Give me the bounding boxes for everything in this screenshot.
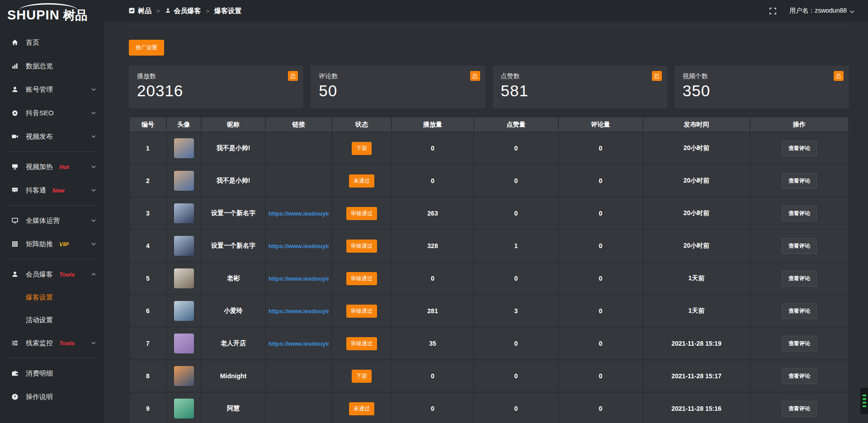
sidebar-item-label: 全媒体运营: [26, 216, 60, 225]
breadcrumb-item-member-baoke[interactable]: 会员爆客: [165, 7, 201, 15]
view-comments-button[interactable]: 查看评论: [782, 238, 817, 254]
cell-actions: 查看评论: [750, 230, 848, 262]
user-menu[interactable]: 用户名：zswodun88: [789, 7, 854, 15]
sidebar-item-label: 线索监控: [26, 339, 53, 348]
view-comments-button[interactable]: 查看评论: [782, 206, 817, 221]
cell-id: 1: [130, 132, 166, 164]
stat-value: 581: [501, 82, 659, 100]
cell-actions: 查看评论: [750, 328, 848, 359]
sidebar-item-all-media[interactable]: 全媒体运营: [0, 209, 104, 232]
status-badge[interactable]: 审核通过: [346, 272, 377, 285]
stat-label: 视频个数: [683, 72, 841, 80]
cell-likes: 1: [474, 230, 558, 262]
view-comments-button[interactable]: 查看评论: [782, 303, 817, 319]
sidebar-item-video-publish[interactable]: 视频发布: [0, 125, 104, 148]
top-bar: 树品 > 会员爆客 > 爆客设置 用户名：zswodun88: [104, 0, 868, 22]
cell-nickname: 阿慧: [202, 393, 265, 423]
video-link[interactable]: https://www.iesdouyin.c: [269, 210, 329, 217]
sidebar-menu: 首页 数据总览 账号管理 抖音SEO 视频发布 视频加热 Hot: [0, 27, 104, 409]
cell-link: [266, 165, 331, 197]
cell-nickname: Midnight: [202, 360, 265, 392]
breadcrumb-item-root[interactable]: 树品: [129, 7, 151, 15]
logo-arc-decoration: [19, 3, 78, 10]
avatar: [174, 334, 194, 353]
cell-avatar: [167, 393, 201, 423]
status-badge[interactable]: 审核通过: [346, 305, 377, 318]
sidebar-item-home[interactable]: 首页: [0, 31, 104, 54]
avatar: [174, 366, 194, 386]
floating-widget[interactable]: [860, 388, 868, 414]
status-badge[interactable]: 审核通过: [346, 337, 377, 350]
user-icon: [11, 86, 19, 93]
status-badge[interactable]: 审核通过: [346, 207, 377, 220]
cell-comments: 0: [559, 295, 642, 327]
cell-avatar: [167, 263, 201, 294]
sidebar-item-clue-monitor[interactable]: 线索监控 Tools: [0, 331, 104, 355]
cell-comments: 0: [559, 360, 642, 392]
sidebar-subitem-activity-settings[interactable]: 活动设置: [0, 309, 104, 331]
content-divider: [129, 26, 849, 26]
username-label: 用户名：zswodun88: [789, 7, 847, 15]
status-badge[interactable]: 未通过: [349, 402, 374, 415]
status-badge[interactable]: 下架: [352, 142, 372, 155]
cell-link: [266, 393, 331, 423]
status-badge[interactable]: 下架: [352, 370, 372, 383]
sidebar-item-label: 抖音SEO: [26, 109, 54, 118]
video-link[interactable]: https://www.iesdouyin.c: [269, 275, 329, 282]
video-link[interactable]: https://www.iesdouyin.c: [269, 340, 329, 347]
promotion-settings-button[interactable]: 推广设置: [129, 40, 164, 56]
cell-likes: 0: [474, 328, 558, 359]
breadcrumb-separator: >: [206, 8, 210, 14]
view-comments-button[interactable]: 查看评论: [782, 401, 817, 417]
sidebar-item-label: 抖客通: [26, 186, 46, 195]
cell-time: 1天前: [643, 295, 750, 327]
app-logo[interactable]: SHUPIN 树品: [0, 0, 104, 27]
sidebar-subitem-label: 活动设置: [26, 316, 53, 324]
sidebar-item-consume-detail[interactable]: 消费明细: [0, 362, 104, 385]
tools-badge: Tools: [59, 340, 75, 347]
cell-id: 4: [130, 230, 166, 262]
status-badge[interactable]: 未通过: [349, 174, 374, 188]
sidebar-item-video-heat[interactable]: 视频加热 Hot: [0, 155, 104, 179]
table-row: 5 老彬 https://www.iesdouyin.c 审核通过 0 0 0 …: [130, 263, 848, 294]
cell-likes: 0: [474, 132, 558, 164]
stat-card-comments: 评论数 50 总: [311, 66, 485, 108]
user-icon: [11, 271, 19, 278]
user-icon: [165, 7, 171, 15]
chevron-down-icon: [850, 7, 854, 14]
cell-comments: 0: [559, 393, 642, 423]
cell-id: 8: [130, 360, 166, 392]
view-comments-button[interactable]: 查看评论: [782, 368, 817, 384]
fullscreen-icon[interactable]: [769, 7, 777, 15]
sidebar-item-account-mgmt[interactable]: 账号管理: [0, 78, 104, 101]
menu-divider: [6, 358, 98, 358]
green-bar-icon: [863, 405, 866, 407]
sidebar-item-douyin-seo[interactable]: 抖音SEO: [0, 101, 104, 125]
cell-nickname: 设置一个新名字: [202, 230, 265, 262]
home-icon: [11, 39, 19, 46]
sidebar: SHUPIN 树品 首页 数据总览 账号管理 抖音SEO 视频发布: [0, 0, 104, 423]
cell-likes: 3: [474, 295, 558, 327]
stat-card-videos: 视频个数 350 总: [675, 66, 849, 108]
cell-id: 7: [130, 328, 166, 359]
cell-time: 2021-11-28 15:16: [643, 393, 750, 423]
total-badge: 总: [652, 71, 662, 81]
sidebar-item-douketong[interactable]: 抖客通 New: [0, 179, 104, 202]
video-link[interactable]: https://www.iesdouyin.c: [269, 308, 329, 315]
view-comments-button[interactable]: 查看评论: [782, 141, 817, 156]
cell-status: 未通过: [332, 393, 391, 423]
sidebar-subitem-baoke-settings[interactable]: 爆客设置: [0, 286, 104, 309]
chevron-down-icon: [91, 189, 96, 192]
cell-comments: 0: [559, 328, 642, 359]
video-link[interactable]: https://www.iesdouyin.c: [269, 243, 329, 249]
sidebar-item-data-overview[interactable]: 数据总览: [0, 54, 104, 78]
view-comments-button[interactable]: 查看评论: [782, 271, 817, 287]
view-comments-button[interactable]: 查看评论: [782, 336, 817, 352]
table-row: 1 我不是小帅! 下架 0 0 0 20小时前 查看评论: [130, 132, 848, 164]
view-comments-button[interactable]: 查看评论: [782, 173, 817, 189]
col-header-nickname: 昵称: [202, 118, 265, 132]
status-badge[interactable]: 审核通过: [346, 240, 377, 253]
sidebar-item-member-baoke[interactable]: 会员爆客 Tools: [0, 263, 104, 286]
sidebar-item-matrix-boost[interactable]: 矩阵助推 VIP: [0, 232, 104, 256]
sidebar-item-help[interactable]: ? 操作说明: [0, 385, 104, 409]
